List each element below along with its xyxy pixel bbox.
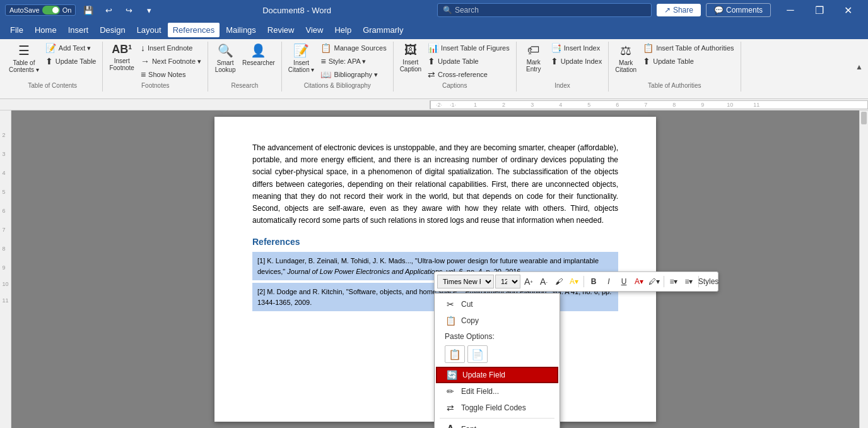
bibliography-icon: 📖 bbox=[320, 69, 331, 80]
font-menu-item[interactable]: A Font... bbox=[435, 420, 560, 428]
undo-button[interactable]: ↩ bbox=[101, 3, 116, 18]
sidebar-left: 23 45 67 89 1011 bbox=[0, 110, 11, 428]
paste-keep-source-button[interactable]: 📋 bbox=[445, 345, 465, 363]
update-table-captions-button[interactable]: ⬆ Update Table bbox=[425, 55, 512, 68]
manage-sources-button[interactable]: 📋 Manage Sources bbox=[318, 42, 389, 54]
show-notes-icon: ≡ bbox=[141, 69, 146, 80]
bibliography-button[interactable]: 📖 Bibliography ▾ bbox=[318, 68, 389, 81]
more-tools-button[interactable]: ▾ bbox=[141, 3, 156, 18]
add-text-button[interactable]: 📝 Add Text ▾ bbox=[43, 42, 99, 54]
ref2-num: [2] bbox=[257, 288, 267, 295]
menu-review[interactable]: Review bbox=[262, 23, 300, 37]
autosave-knob bbox=[52, 7, 59, 13]
text-highlight-bg-button[interactable]: 🖊▾ bbox=[647, 275, 661, 288]
footnote-label: InsertFootnote bbox=[109, 57, 134, 71]
cross-reference-button[interactable]: ⇄ Cross-reference bbox=[425, 68, 512, 81]
mark-entry-button[interactable]: 🏷 MarkEntry bbox=[520, 42, 547, 74]
font-family-select[interactable]: Times New Roman bbox=[437, 275, 494, 288]
font-grow-button[interactable]: A+ bbox=[522, 275, 536, 288]
ruler-inner: ·2· ·1· 1 2 3 4 5 6 7 8 9 10 11 bbox=[430, 100, 868, 109]
menu-mailings[interactable]: Mailings bbox=[221, 23, 261, 37]
table-of-contents-button[interactable]: ☰ Table ofContents ▾ bbox=[6, 42, 42, 74]
edit-field-menu-item[interactable]: ✏ Edit Field... bbox=[435, 383, 560, 400]
toc-label: Table ofContents ▾ bbox=[9, 59, 39, 73]
share-button[interactable]: ↗ Share bbox=[657, 4, 701, 16]
save-button[interactable]: 💾 bbox=[81, 3, 96, 18]
bullet-list-button[interactable]: ≡▾ bbox=[667, 275, 681, 288]
context-menu: ✂ Cut 📋 Copy Paste Options: 📋 📄 🔄 Update… bbox=[434, 293, 560, 428]
researcher-icon: 👤 bbox=[250, 43, 266, 58]
smart-lookup-button[interactable]: 🔍 SmartLookup bbox=[212, 42, 238, 74]
next-footnote-button[interactable]: → Next Footnote ▾ bbox=[138, 55, 204, 68]
researcher-button[interactable]: 👤 Researcher bbox=[240, 42, 278, 68]
search-input[interactable] bbox=[455, 6, 646, 15]
font-shrink-button[interactable]: A- bbox=[537, 275, 551, 288]
ribbon-group-footnotes-buttons: AB¹ InsertFootnote ↓ Insert Endnote → Ne… bbox=[107, 42, 204, 81]
italic-button[interactable]: I bbox=[602, 275, 616, 288]
styles-button[interactable]: Styles bbox=[701, 275, 715, 288]
font-color-button[interactable]: A▾ bbox=[632, 275, 646, 288]
font-size-select[interactable]: 12 bbox=[495, 275, 520, 288]
update-table-toc-button[interactable]: ⬆ Update Table bbox=[43, 55, 99, 68]
smart-lookup-icon: 🔍 bbox=[218, 43, 233, 58]
authorities-group-label: Table of Authorities bbox=[613, 81, 736, 90]
format-paint-button[interactable]: 🖌 bbox=[552, 275, 566, 288]
insert-table-authorities-button[interactable]: 📋 Insert Table of Authorities bbox=[640, 42, 736, 54]
numbered-list-button[interactable]: ≡▾ bbox=[682, 275, 696, 288]
mark-citation-button[interactable]: ⚖ MarkCitation bbox=[613, 42, 639, 74]
update-table-toc-icon: ⬆ bbox=[45, 56, 53, 66]
redo-button[interactable]: ↪ bbox=[121, 3, 136, 18]
ref1-num: [1] bbox=[257, 257, 267, 265]
insert-table-of-figures-button[interactable]: 📊 Insert Table of Figures bbox=[425, 42, 512, 54]
menu-layout[interactable]: Layout bbox=[132, 23, 167, 37]
ribbon-group-footnotes: AB¹ InsertFootnote ↓ Insert Endnote → Ne… bbox=[103, 42, 208, 92]
copy-menu-item[interactable]: 📋 Copy bbox=[435, 312, 560, 329]
update-field-menu-item[interactable]: 🔄 Update Field bbox=[436, 367, 558, 383]
insert-citation-button[interactable]: 📝 InsertCitation ▾ bbox=[286, 42, 317, 74]
update-index-button[interactable]: ⬆ Update Index bbox=[548, 55, 604, 68]
style-apa-button[interactable]: ≡ Style: APA ▾ bbox=[318, 55, 389, 68]
close-button[interactable]: ✕ bbox=[834, 0, 863, 20]
caption-icon: 🖼 bbox=[404, 43, 417, 57]
menu-view[interactable]: View bbox=[300, 23, 328, 37]
update-table-authorities-button[interactable]: ⬆ Update Table bbox=[640, 55, 736, 68]
autosave-badge[interactable]: AutoSave On bbox=[5, 4, 76, 16]
ribbon-collapse-button[interactable]: ▲ bbox=[855, 62, 863, 71]
doc-area[interactable]: The advancement of electronic devices is… bbox=[11, 110, 859, 428]
mark-entry-label: MarkEntry bbox=[526, 59, 541, 73]
menu-bar: File Home Insert Design Layout Reference… bbox=[0, 20, 868, 39]
menu-design[interactable]: Design bbox=[95, 23, 130, 37]
menu-home[interactable]: Home bbox=[30, 23, 62, 37]
search-box[interactable]: 🔍 bbox=[437, 3, 652, 17]
ribbon-group-citations: 📝 InsertCitation ▾ 📋 Manage Sources ≡ St… bbox=[282, 42, 394, 92]
citation-icon: 📝 bbox=[293, 43, 309, 58]
ribbon-group-toc-buttons: ☰ Table ofContents ▾ 📝 Add Text ▾ ⬆ Upda… bbox=[6, 42, 98, 81]
minimize-button[interactable]: ─ bbox=[776, 0, 805, 20]
menu-file[interactable]: File bbox=[5, 23, 28, 37]
right-scrollbar[interactable] bbox=[859, 110, 868, 428]
insert-index-button[interactable]: 📑 Insert Index bbox=[548, 42, 604, 54]
toggle-field-codes-menu-item[interactable]: ⇄ Toggle Field Codes bbox=[435, 400, 560, 416]
restore-button[interactable]: ❐ bbox=[805, 0, 834, 20]
update-auth-label: Update Table bbox=[653, 57, 694, 65]
ribbon-group-captions: 🖼 InsertCaption 📊 Insert Table of Figure… bbox=[394, 42, 517, 92]
insert-index-icon: 📑 bbox=[551, 43, 561, 53]
insert-caption-button[interactable]: 🖼 InsertCaption bbox=[397, 42, 424, 74]
underline-button[interactable]: U bbox=[617, 275, 631, 288]
menu-grammarly[interactable]: Grammarly bbox=[358, 23, 408, 37]
insert-endnote-button[interactable]: ↓ Insert Endnote bbox=[138, 42, 204, 54]
ribbon-group-research: 🔍 SmartLookup 👤 Researcher Research bbox=[208, 42, 282, 92]
paste-merge-format-button[interactable]: 📄 bbox=[467, 345, 488, 363]
menu-help[interactable]: Help bbox=[329, 23, 356, 37]
insert-footnote-button[interactable]: AB¹ InsertFootnote bbox=[107, 42, 136, 73]
style-label: Style: APA ▾ bbox=[329, 57, 367, 66]
show-notes-button[interactable]: ≡ Show Notes bbox=[138, 68, 204, 81]
text-highlight-button[interactable]: A▾ bbox=[567, 275, 581, 288]
bold-button[interactable]: B bbox=[587, 275, 601, 288]
menu-references[interactable]: References bbox=[168, 23, 220, 37]
comments-button[interactable]: 💬 Comments bbox=[706, 3, 771, 17]
cut-menu-item[interactable]: ✂ Cut bbox=[435, 296, 560, 312]
ref1-text: K. Lundager, B. Zeinali, M. Tohidi, J. K… bbox=[267, 257, 405, 265]
menu-insert[interactable]: Insert bbox=[63, 23, 94, 37]
autosave-toggle[interactable] bbox=[42, 6, 60, 15]
